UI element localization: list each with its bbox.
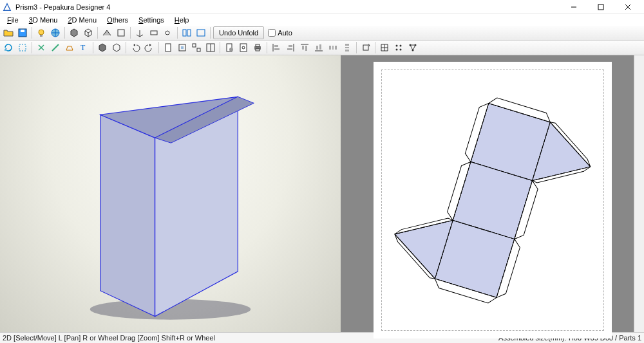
rotate-tool-button[interactable] <box>2 41 15 54</box>
minimize-button[interactable] <box>560 0 587 14</box>
vertical-scrollbar[interactable] <box>634 55 644 332</box>
menu-file[interactable]: File <box>3 15 23 24</box>
menu-settings[interactable]: Settings <box>134 15 169 24</box>
cube-wire-button[interactable] <box>82 26 95 39</box>
app-icon <box>3 3 12 12</box>
svg-rect-18 <box>193 44 196 47</box>
maximize-button[interactable] <box>587 0 614 14</box>
cube-outline-button[interactable] <box>110 41 123 54</box>
svg-rect-9 <box>118 30 124 36</box>
svg-marker-57 <box>100 115 155 316</box>
separator <box>93 42 93 53</box>
svg-rect-43 <box>335 46 337 50</box>
align-top-button[interactable] <box>298 41 311 54</box>
auto-label: Auto <box>278 29 292 37</box>
redo-button[interactable] <box>143 41 156 54</box>
preview-button[interactable] <box>237 41 250 54</box>
split-edge-button[interactable] <box>35 41 48 54</box>
svg-rect-12 <box>187 30 191 36</box>
arrange-button[interactable] <box>190 41 203 54</box>
split-h-button[interactable] <box>180 26 193 39</box>
svg-rect-33 <box>289 45 292 47</box>
flap-tool-button[interactable] <box>63 41 76 54</box>
open-button[interactable] <box>2 26 15 39</box>
fit-page-button[interactable] <box>176 41 189 54</box>
svg-rect-16 <box>166 44 171 51</box>
svg-rect-45 <box>345 47 349 48</box>
separator <box>32 42 32 53</box>
print-button[interactable] <box>251 41 264 54</box>
distribute-h-button[interactable] <box>327 41 339 54</box>
page-margin <box>381 70 604 331</box>
svg-rect-5 <box>21 30 24 32</box>
align-left-button[interactable] <box>270 41 283 54</box>
select-tool-button[interactable] <box>16 41 29 54</box>
svg-rect-37 <box>305 46 307 51</box>
menu-3d[interactable]: 3D Menu <box>24 15 62 24</box>
save-button[interactable] <box>16 26 29 39</box>
align-bottom-button[interactable] <box>312 41 325 54</box>
svg-rect-40 <box>319 44 321 50</box>
svg-point-51 <box>400 49 402 51</box>
svg-point-48 <box>396 45 398 47</box>
svg-rect-13 <box>197 30 205 36</box>
layout-button[interactable] <box>204 41 217 54</box>
svg-text:T: T <box>80 43 86 52</box>
page-setup-button[interactable] <box>223 41 236 54</box>
paper-sheet <box>374 62 612 338</box>
bulb-button[interactable] <box>35 26 48 39</box>
box-button[interactable] <box>115 26 128 39</box>
menu-2d[interactable]: 2D Menu <box>63 15 101 24</box>
2d-viewport[interactable] <box>341 55 644 332</box>
rect-button[interactable] <box>147 26 160 39</box>
snap-button[interactable] <box>392 41 405 54</box>
separator <box>97 27 98 39</box>
grid-button[interactable] <box>378 41 391 54</box>
separator <box>210 27 211 39</box>
globe-button[interactable] <box>49 26 62 39</box>
cube-solid-button[interactable] <box>68 26 80 39</box>
svg-rect-46 <box>345 50 349 51</box>
separator <box>64 27 65 39</box>
svg-point-50 <box>396 49 398 51</box>
link-button[interactable] <box>162 26 175 39</box>
menu-help[interactable]: Help <box>170 15 194 24</box>
separator <box>356 42 357 53</box>
align-right-button[interactable] <box>284 41 297 54</box>
svg-rect-30 <box>274 45 278 47</box>
separator <box>375 42 375 53</box>
3d-viewport[interactable] <box>0 55 341 332</box>
menu-others[interactable]: Others <box>102 15 133 24</box>
auto-checkbox[interactable]: Auto <box>268 29 292 37</box>
svg-rect-10 <box>151 31 157 35</box>
svg-rect-34 <box>287 48 292 50</box>
unfold-button[interactable] <box>100 26 113 39</box>
rotate-sheet-button[interactable] <box>359 41 372 54</box>
svg-rect-14 <box>19 44 26 51</box>
cube-shade-button[interactable] <box>96 41 109 54</box>
close-button[interactable] <box>614 0 641 14</box>
svg-rect-27 <box>256 44 260 46</box>
separator <box>177 27 178 39</box>
undo-unfold-button[interactable]: Undo Unfold <box>213 26 264 39</box>
page-button[interactable] <box>162 41 175 54</box>
workspace <box>0 55 644 332</box>
svg-rect-31 <box>274 48 279 50</box>
edit-edge-button[interactable] <box>49 41 62 54</box>
svg-rect-36 <box>302 46 304 50</box>
svg-rect-28 <box>256 49 260 51</box>
svg-rect-47 <box>363 45 368 50</box>
svg-rect-41 <box>329 46 331 50</box>
undo-button[interactable] <box>129 41 142 54</box>
single-view-button[interactable] <box>194 26 207 39</box>
separator <box>130 27 131 39</box>
axes-button[interactable] <box>133 26 146 39</box>
title-bar: Prism3 - Pepakura Designer 4 <box>0 0 644 14</box>
distribute-v-button[interactable] <box>341 41 354 54</box>
network-button[interactable] <box>406 41 419 54</box>
prism-3d <box>0 55 341 332</box>
toolbar-tools: T <box>0 41 644 55</box>
auto-checkbox-input[interactable] <box>268 29 276 37</box>
text-tool-button[interactable]: T <box>77 41 90 54</box>
svg-point-23 <box>229 48 233 51</box>
